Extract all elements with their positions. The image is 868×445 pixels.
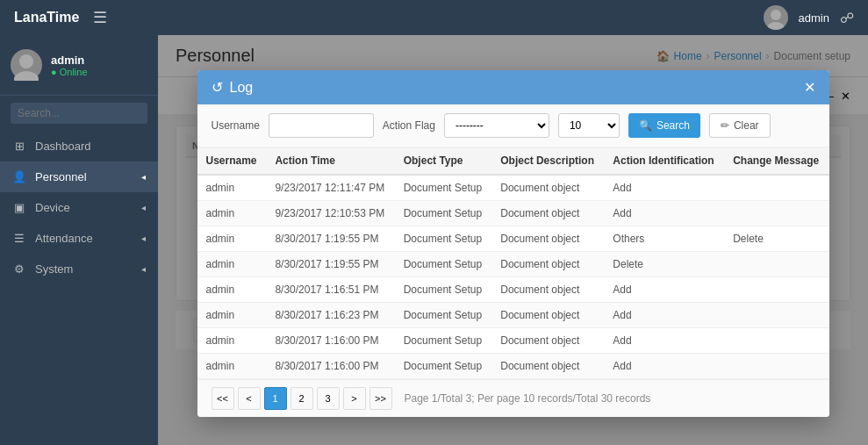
- sidebar-item-attendance[interactable]: ☰ Attendance ◂: [0, 223, 158, 254]
- personnel-icon: 👤: [12, 170, 26, 183]
- modal-footer: << < 1 2 3 > >> Page 1/Total 3; Per page…: [197, 379, 829, 417]
- sidebar-username: admin: [51, 54, 88, 67]
- cell-change-msg: [724, 277, 829, 303]
- cell-object-type: Document Setup: [395, 303, 492, 328]
- sidebar-status: ● Online: [51, 67, 88, 77]
- cell-change-msg: [724, 252, 829, 277]
- cell-object-desc: Document object: [491, 201, 604, 226]
- per-page-select[interactable]: 10 20 50 100: [558, 113, 620, 138]
- sidebar-item-attendance-label: Attendance: [35, 232, 93, 245]
- sidebar-search-input[interactable]: [11, 103, 147, 124]
- table-row: admin 8/30/2017 1:16:00 PM Document Setu…: [197, 354, 829, 379]
- attendance-arrow-icon: ◂: [141, 233, 146, 243]
- search-button[interactable]: 🔍 Search: [628, 113, 700, 138]
- navbar-username: admin: [799, 11, 829, 25]
- cell-object-type: Document Setup: [395, 175, 492, 201]
- sidebar-item-device[interactable]: ▣ Device ◂: [0, 192, 158, 223]
- log-modal: ↺ Log ✕ Username Action Flag -------- Ad…: [197, 70, 829, 417]
- navbar-right: admin ☍: [764, 5, 854, 30]
- sidebar-item-dashboard[interactable]: ⊞ Dashboard: [0, 131, 158, 161]
- system-icon: ⚙: [12, 262, 26, 276]
- modal-pag-page1[interactable]: 1: [264, 387, 287, 410]
- table-head: Username Action Time Object Type Object …: [197, 147, 829, 175]
- modal-pag-next[interactable]: >: [343, 387, 366, 410]
- table-row: admin 9/23/2017 12:11:47 PM Document Set…: [197, 175, 829, 201]
- brand-logo: LanaTime: [14, 10, 79, 25]
- modal-pag-first[interactable]: <<: [212, 387, 234, 410]
- col-object-type: Object Type: [395, 147, 492, 175]
- cell-action-time: 8/30/2017 1:16:51 PM: [266, 277, 394, 303]
- cell-action-id: Add: [604, 175, 724, 201]
- cell-action-time: 8/30/2017 1:19:55 PM: [266, 226, 394, 252]
- cell-username: admin: [197, 328, 267, 354]
- col-username: Username: [197, 147, 267, 175]
- modal-overlay: ↺ Log ✕ Username Action Flag -------- Ad…: [158, 35, 868, 445]
- cell-action-id: Add: [604, 201, 724, 226]
- sidebar-nav: ⊞ Dashboard 👤 Personnel ◂ ▣ Device ◂ ☰ A…: [0, 131, 158, 445]
- table-row: admin 8/30/2017 1:19:55 PM Document Setu…: [197, 226, 829, 252]
- top-navbar: LanaTime ☰ admin ☍: [0, 0, 868, 35]
- cell-change-msg: [724, 328, 829, 354]
- cell-object-desc: Document object: [491, 175, 604, 201]
- cell-username: admin: [197, 175, 267, 201]
- log-icon: ↺: [212, 79, 223, 96]
- modal-title: ↺ Log: [212, 79, 254, 96]
- action-flag-select[interactable]: -------- Add Edit Delete: [444, 113, 549, 138]
- cell-object-type: Document Setup: [395, 201, 492, 226]
- device-icon: ▣: [12, 201, 26, 214]
- cell-action-id: Add: [604, 328, 724, 354]
- cell-object-type: Document Setup: [395, 252, 492, 277]
- cell-action-time: 8/30/2017 1:16:23 PM: [266, 303, 394, 328]
- clear-button[interactable]: ✏ Clear: [709, 113, 771, 138]
- modal-table-wrapper: Username Action Time Object Type Object …: [197, 147, 829, 379]
- cell-object-type: Document Setup: [395, 354, 492, 379]
- col-action-id: Action Identification: [604, 147, 724, 175]
- clear-label: Clear: [734, 119, 759, 132]
- table-row: admin 9/23/2017 12:10:53 PM Document Set…: [197, 201, 829, 226]
- cell-object-desc: Document object: [491, 328, 604, 354]
- search-icon: 🔍: [639, 119, 652, 132]
- dashboard-icon: ⊞: [12, 140, 26, 153]
- sidebar-item-system[interactable]: ⚙ System ◂: [0, 254, 158, 284]
- cell-username: admin: [197, 303, 267, 328]
- table-header-row: Username Action Time Object Type Object …: [197, 147, 829, 175]
- cell-change-msg: [724, 303, 829, 328]
- modal-pag-page3[interactable]: 3: [317, 387, 340, 410]
- sidebar-user-info: admin ● Online: [51, 54, 88, 77]
- share-icon[interactable]: ☍: [840, 10, 854, 26]
- modal-header: ↺ Log ✕: [197, 70, 829, 104]
- cell-object-type: Document Setup: [395, 328, 492, 354]
- cell-action-id: Add: [604, 277, 724, 303]
- svg-point-0: [771, 10, 781, 20]
- svg-point-3: [14, 71, 39, 81]
- cell-object-type: Document Setup: [395, 226, 492, 252]
- log-table: Username Action Time Object Type Object …: [197, 147, 829, 379]
- cell-username: admin: [197, 252, 267, 277]
- table-row: admin 8/30/2017 1:16:23 PM Document Setu…: [197, 303, 829, 328]
- sidebar-user: admin ● Online: [0, 35, 158, 96]
- cell-username: admin: [197, 201, 267, 226]
- cell-object-desc: Document object: [491, 303, 604, 328]
- sidebar-item-personnel[interactable]: 👤 Personnel ◂: [0, 161, 158, 192]
- username-input[interactable]: [269, 113, 374, 138]
- modal-close-button[interactable]: ✕: [804, 79, 815, 96]
- modal-pag-prev[interactable]: <: [238, 387, 261, 410]
- cell-change-msg: [724, 175, 829, 201]
- table-row: admin 8/30/2017 1:19:55 PM Document Setu…: [197, 252, 829, 277]
- svg-point-2: [19, 54, 33, 68]
- attendance-icon: ☰: [12, 232, 26, 245]
- cell-username: admin: [197, 354, 267, 379]
- cell-object-desc: Document object: [491, 252, 604, 277]
- hamburger-icon[interactable]: ☰: [93, 8, 107, 27]
- cell-object-type: Document Setup: [395, 277, 492, 303]
- modal-pag-last[interactable]: >>: [369, 387, 392, 410]
- system-arrow-icon: ◂: [141, 264, 146, 274]
- device-arrow-icon: ◂: [141, 203, 146, 212]
- cell-action-id: Others: [604, 226, 724, 252]
- modal-pag-page2[interactable]: 2: [291, 387, 313, 410]
- cell-change-msg: [724, 354, 829, 379]
- cell-action-time: 8/30/2017 1:16:00 PM: [266, 354, 394, 379]
- cell-action-id: Add: [604, 354, 724, 379]
- main-content: Personnel 🏠 Home › Personnel › Document …: [158, 35, 868, 445]
- cell-change-msg: Delete: [724, 226, 829, 252]
